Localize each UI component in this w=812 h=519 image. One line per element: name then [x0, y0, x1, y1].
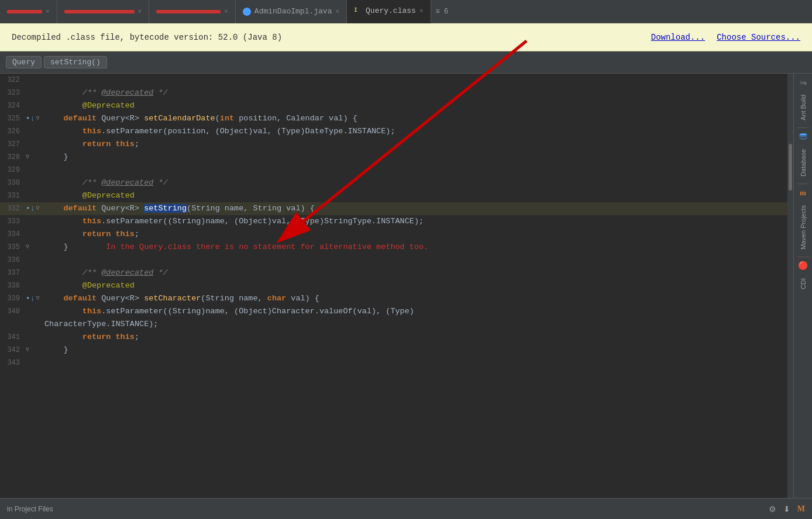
method-chip[interactable]: setString() — [44, 56, 107, 68]
code-line-322: 322 — [0, 74, 787, 86]
class-chip[interactable]: Query — [6, 56, 42, 68]
database-icon[interactable] — [797, 130, 810, 143]
database-label[interactable]: Database — [799, 144, 808, 181]
svg-point-0 — [800, 133, 807, 136]
code-line-329: 329 — [0, 164, 787, 177]
fold-icon-332[interactable]: ▽ — [36, 202, 40, 215]
code-line-331: 331 @Deprecated — [0, 189, 787, 202]
cdi-icon[interactable]: 🔴 — [797, 260, 810, 272]
code-line-343: 343 — [0, 357, 787, 369]
tab-bar: × × × AdminDaoImpl.java × I Query.class … — [0, 0, 812, 23]
tab-label-redacted-2 — [64, 10, 135, 13]
code-line-324: 324 @Deprecated — [0, 99, 787, 112]
sidebar-divider-1 — [797, 127, 809, 128]
close-icon-3[interactable]: × — [224, 8, 228, 15]
fold-icon-325[interactable]: ▽ — [36, 112, 40, 125]
close-icon-query-class[interactable]: × — [419, 8, 424, 15]
close-icon-2[interactable]: × — [138, 8, 142, 15]
m-icon[interactable]: M — [797, 504, 805, 514]
tab-overflow-button[interactable]: ≡ 6 — [431, 8, 453, 16]
method-bar: Query setString() — [0, 51, 812, 74]
scrollbar-track[interactable] — [787, 74, 793, 498]
sidebar-divider-3 — [797, 257, 809, 257]
code-line-327: 327 return this; — [0, 138, 787, 151]
code-line-335: 335 ▽ } In the Query.class there is no s… — [0, 241, 787, 254]
status-bar: in Project Files ⚙ ⬇ M — [0, 498, 812, 519]
tab-label-redacted-3 — [156, 10, 221, 13]
code-line-340-cont: 340 CharacterType.INSTANCE); — [0, 318, 787, 331]
code-line-337: 337 /** @deprecated */ — [0, 267, 787, 279]
fold-icon-335[interactable]: ▽ — [26, 241, 29, 254]
code-line-330: 330 /** @deprecated */ — [0, 177, 787, 189]
download-link[interactable]: Download... — [651, 33, 705, 42]
banner-links: Download... Choose Sources... — [651, 33, 800, 42]
code-editor[interactable]: 322 323 /** @deprecated */ 324 @Deprecat… — [0, 74, 787, 498]
fold-icon-342[interactable]: ▽ — [26, 344, 29, 357]
status-text: in Project Files — [7, 505, 53, 513]
code-line-333: 333 this.setParameter((String)name, (Obj… — [0, 215, 787, 228]
scrollbar-thumb[interactable] — [789, 144, 792, 191]
code-area: 322 323 /** @deprecated */ 324 @Deprecat… — [0, 74, 812, 498]
code-line-338: 338 @Deprecated — [0, 279, 787, 292]
gear-icon[interactable]: ⚙ — [769, 504, 776, 514]
tab-label-admin-dao: AdminDaoImpl.java — [254, 7, 332, 16]
status-bar-left: in Project Files — [7, 505, 53, 513]
maven-label[interactable]: Maven Projects — [799, 200, 808, 254]
tab-redacted-2[interactable]: × — [57, 0, 150, 23]
code-line-340: 340 this.setParameter((String)name, (Obj… — [0, 305, 787, 318]
bookmark-icon-332: ▪↓ — [26, 202, 35, 215]
right-sidebar: 🐜 Ant Build Database m Maven Projects 🔴 … — [793, 74, 812, 498]
ant-build-label[interactable]: Ant Build — [799, 90, 808, 125]
status-bar-right: ⚙ ⬇ M — [769, 504, 805, 514]
decompile-banner: Decompiled .class file, bytecode version… — [0, 23, 812, 51]
tab-icon-query-class: I — [354, 7, 362, 15]
bookmark-icon-325: ▪↓ — [26, 112, 35, 125]
code-line-341: 341 return this; — [0, 331, 787, 344]
tab-query-class[interactable]: I Query.class × — [347, 0, 431, 23]
code-line-326: 326 this.setParameter(position, (Object)… — [0, 125, 787, 138]
choose-sources-link[interactable]: Choose Sources... — [717, 33, 800, 42]
cdi-label[interactable]: CDI — [799, 274, 808, 294]
ant-build-icon[interactable]: 🐜 — [797, 76, 810, 89]
sidebar-divider-2 — [797, 184, 809, 184]
fold-icon-328[interactable]: ▽ — [26, 151, 29, 164]
maven-icon[interactable]: m — [797, 186, 810, 199]
code-line-342: 342 ▽ } — [0, 344, 787, 357]
tab-label-query-class: Query.class — [366, 6, 416, 15]
decompile-banner-text: Decompiled .class file, bytecode version… — [12, 33, 282, 42]
tab-label-redacted-1 — [7, 10, 42, 13]
fold-icon-339[interactable]: ▽ — [36, 292, 40, 305]
tab-redacted-1[interactable]: × — [0, 0, 57, 23]
code-line-323: 323 /** @deprecated */ — [0, 86, 787, 99]
tab-redacted-3[interactable]: × — [149, 0, 236, 23]
tab-icon-admin-dao — [243, 8, 251, 16]
tab-admin-dao[interactable]: AdminDaoImpl.java × — [236, 0, 347, 23]
code-line-325: 325 ▪↓ ▽ default Query<R> setCalendarDat… — [0, 112, 787, 125]
close-icon-admin-dao[interactable]: × — [335, 8, 339, 15]
code-line-332: 332 ▪↓ ▽ default Query<R> setString(Stri… — [0, 202, 787, 215]
bookmark-icon-339: ▪↓ — [26, 292, 35, 305]
code-line-336: 336 — [0, 254, 787, 267]
code-line-339: 339 ▪↓ ▽ default Query<R> setCharacter(S… — [0, 292, 787, 305]
code-line-328: 328 ▽ } — [0, 151, 787, 164]
download-icon[interactable]: ⬇ — [783, 504, 790, 514]
code-line-334: 334 return this; — [0, 228, 787, 241]
close-icon-1[interactable]: × — [46, 8, 50, 15]
